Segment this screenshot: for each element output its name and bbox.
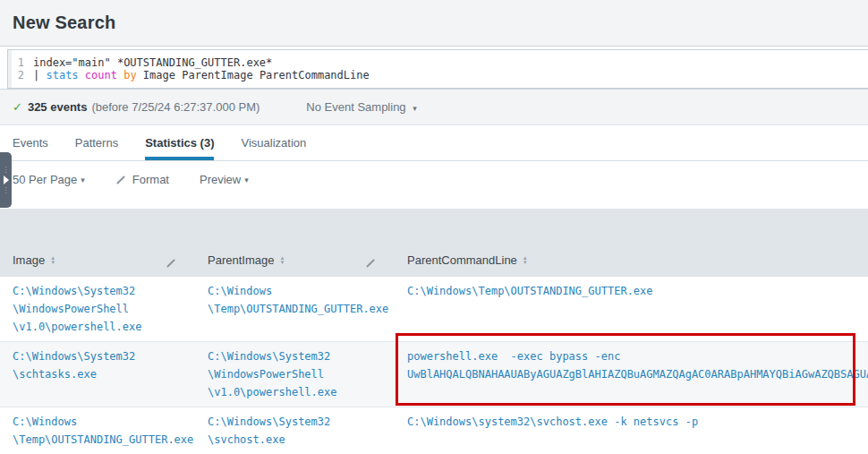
table-row: C:\Windows \Temp\OUTSTANDING_GUTTER.exe … <box>0 407 868 454</box>
results-tab-bar: Events Patterns Statistics (3) Visualiza… <box>0 125 868 161</box>
table-row: C:\Windows\System32 \schtasks.exe C:\Win… <box>0 341 868 407</box>
statistics-toolbar: 50 Per Page ▾ Format Preview ▾ <box>0 161 868 198</box>
stats-token: stats <box>46 69 78 81</box>
cell-parent-image[interactable]: C:\Windows \Temp\OUTSTANDING_GUTTER.exe <box>208 277 407 341</box>
search-complete-check-icon: ✓ <box>13 100 22 114</box>
pencil-icon <box>366 259 375 268</box>
chevron-down-icon: ▾ <box>413 104 417 113</box>
per-page-dropdown[interactable]: 50 Per Page ▾ <box>13 173 85 186</box>
cell-parent-image[interactable]: C:\Windows\System32 \WindowsPowerShell \… <box>208 342 407 407</box>
query-text-line-2: | stats count by Image ParentImage Paren… <box>33 69 370 81</box>
per-page-label: 50 Per Page <box>13 173 77 186</box>
query-text-line-1: index="main" *OUTSTANDING_GUTTER.exe* <box>33 56 272 69</box>
preview-dropdown[interactable]: Preview ▾ <box>200 173 249 186</box>
cell-image[interactable]: C:\Windows \Temp\OUTSTANDING_GUTTER.exe <box>0 407 208 454</box>
cell-parent-command-line[interactable]: powershell.exe -exec bypass -enc UwBlAHQ… <box>407 342 868 407</box>
space <box>79 69 85 81</box>
expand-sidebar-handle[interactable]: ⋮ ⋮ <box>0 152 12 208</box>
search-query-input[interactable]: 1 index="main" *OUTSTANDING_GUTTER.exe* … <box>7 49 868 89</box>
table-row: C:\Windows\System32 \WindowsPowerShell \… <box>0 277 868 341</box>
cell-parent-image[interactable]: C:\Windows\System32 \svchost.exe <box>208 407 407 454</box>
search-bar-section: 1 index="main" *OUTSTANDING_GUTTER.exe* … <box>0 47 868 89</box>
count-token: count <box>85 69 117 81</box>
preview-label: Preview <box>200 173 241 186</box>
line-number: 2 <box>8 69 33 81</box>
drag-dots-icon: ⋮ <box>3 167 10 173</box>
fields-token: Image ParentImage ParentCommandLine <box>137 69 370 81</box>
tab-visualization[interactable]: Visualization <box>241 125 306 160</box>
format-button[interactable]: Format <box>115 173 169 186</box>
event-sampling-label: No Event Sampling <box>306 100 405 114</box>
tab-events[interactable]: Events <box>13 125 48 160</box>
column-header-parent-image[interactable]: ParentImage <box>208 253 407 267</box>
cell-image[interactable]: C:\Windows\System32 \WindowsPowerShell \… <box>0 277 208 341</box>
event-sampling-dropdown[interactable]: No Event Sampling ▾ <box>306 100 416 114</box>
chevron-down-icon: ▾ <box>244 176 249 184</box>
column-header-image[interactable]: Image <box>0 253 208 267</box>
events-time-range: (before 7/25/24 6:27:37.000 PM) <box>91 100 260 114</box>
by-token: by <box>123 69 136 81</box>
cell-parent-command-line[interactable]: C:\Windows\system32\svchost.exe -k netsv… <box>407 407 868 454</box>
drag-dots-icon: ⋮ <box>3 187 10 193</box>
column-label: ParentCommandLine <box>407 253 517 267</box>
events-status-bar: ✓ 325 events (before 7/25/24 6:27:37.000… <box>0 89 868 125</box>
column-label: Image <box>13 253 45 267</box>
chevron-down-icon: ▾ <box>81 176 85 184</box>
page-title: New Search <box>13 13 115 33</box>
edit-column-button[interactable] <box>365 253 382 267</box>
table-header-row: Image ParentImage ParentCommandLine <box>0 209 868 277</box>
query-line-1[interactable]: 1 index="main" *OUTSTANDING_GUTTER.exe* <box>8 56 868 69</box>
events-count: 325 events <box>28 100 88 114</box>
sort-icon[interactable] <box>279 256 285 265</box>
page-header: New Search <box>0 0 868 47</box>
statistics-table: Image ParentImage ParentCommandLine C:\W… <box>0 209 868 454</box>
tab-patterns[interactable]: Patterns <box>75 125 118 160</box>
column-label: ParentImage <box>208 253 274 267</box>
edit-column-button[interactable] <box>166 253 183 267</box>
column-header-parent-command-line[interactable]: ParentCommandLine <box>407 253 868 267</box>
tab-statistics[interactable]: Statistics (3) <box>145 125 214 160</box>
arrow-right-icon <box>4 176 9 184</box>
cell-image[interactable]: C:\Windows\System32 \schtasks.exe <box>0 342 208 407</box>
sort-icon[interactable] <box>50 256 55 265</box>
line-number: 1 <box>8 56 33 69</box>
cell-parent-command-line[interactable]: C:\Windows\Temp\OUTSTANDING_GUTTER.exe <box>407 277 868 341</box>
pencil-icon <box>166 259 175 268</box>
table-body: C:\Windows\System32 \WindowsPowerShell \… <box>0 277 868 454</box>
pencil-icon <box>116 176 125 184</box>
format-label: Format <box>132 173 169 186</box>
pipe-token: | <box>33 69 46 81</box>
query-line-2[interactable]: 2 | stats count by Image ParentImage Par… <box>8 69 868 81</box>
sort-icon[interactable] <box>523 256 528 265</box>
